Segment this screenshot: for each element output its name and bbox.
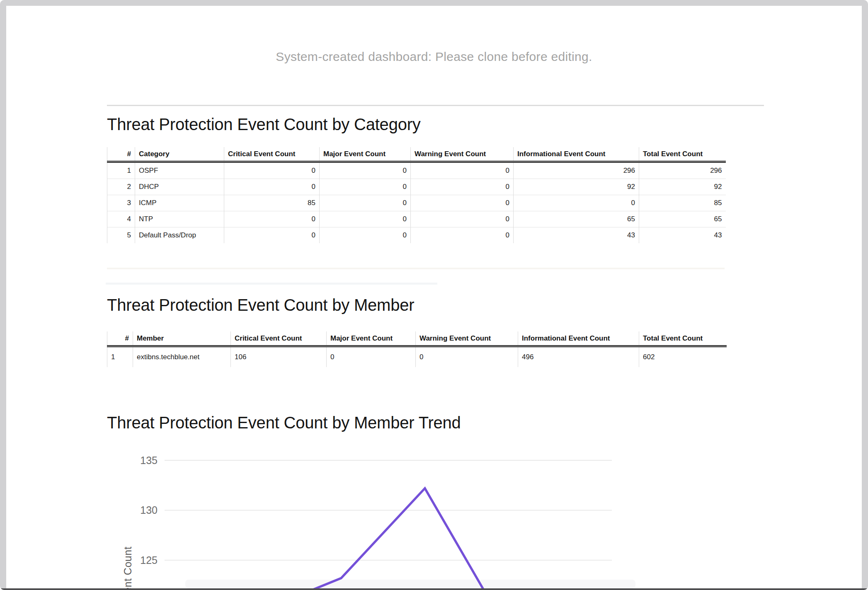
table-cell: 0: [320, 179, 411, 195]
member-header-row: #MemberCritical Event CountMajor Event C…: [107, 331, 727, 346]
table-cell: 296: [514, 162, 639, 179]
table-cell: 0: [224, 179, 320, 195]
column-header: Major Event Count: [320, 147, 411, 162]
category-table-body: 1OSPF0002962962DHCP00092923ICMP85000854N…: [107, 162, 726, 244]
table-cell: 296: [639, 162, 726, 179]
table-cell: 65: [639, 211, 726, 227]
table-cell: 1: [107, 162, 135, 179]
table-cell: 496: [518, 346, 639, 368]
table-cell: 85: [639, 195, 726, 211]
table-row: 1OSPF000296296: [107, 162, 726, 179]
member-section-title: Threat Protection Event Count by Member: [107, 296, 414, 314]
category-table: #CategoryCritical Event CountMajor Event…: [107, 147, 726, 243]
column-header: #: [107, 331, 133, 346]
column-header: Warning Event Count: [411, 147, 514, 162]
table-cell: 92: [514, 179, 639, 195]
category-header-row: #CategoryCritical Event CountMajor Event…: [107, 147, 726, 162]
table-cell: 0: [320, 162, 411, 179]
table-cell: DHCP: [135, 179, 224, 195]
table-cell: 5: [107, 227, 135, 244]
table-cell: 0: [416, 346, 518, 368]
table-cell: NTP: [135, 211, 224, 227]
column-header: Warning Event Count: [416, 331, 518, 346]
table-cell: 4: [107, 211, 135, 227]
member-table: #MemberCritical Event CountMajor Event C…: [107, 331, 727, 367]
column-header: Total Event Count: [639, 147, 726, 162]
table-row: 5Default Pass/Drop0004343: [107, 227, 726, 244]
column-header: Critical Event Count: [231, 331, 327, 346]
table-cell: 92: [639, 179, 726, 195]
table-cell: 65: [514, 211, 639, 227]
table-cell: 0: [411, 179, 514, 195]
table-cell: 0: [224, 227, 320, 244]
axis-hover-band: [185, 580, 635, 588]
table-cell: 106: [231, 346, 327, 368]
table-cell: 1: [107, 346, 133, 368]
trend-chart[interactable]: 135130125Event Count: [0, 435, 868, 590]
column-header: Critical Event Count: [224, 147, 320, 162]
table-row: 4NTP0006565: [107, 211, 726, 227]
column-header: #: [107, 147, 135, 162]
table-cell: 85: [224, 195, 320, 211]
y-axis-label: Event Count: [122, 546, 133, 590]
y-tick-label: 130: [140, 504, 158, 516]
trend-section-title: Threat Protection Event Count by Member …: [107, 413, 461, 432]
member-table-body: 1extibns.techblue.net10600496602: [107, 346, 727, 368]
section-divider: [107, 105, 764, 106]
table-cell: 0: [224, 211, 320, 227]
screenshot-frame: System-created dashboard: Please clone b…: [0, 0, 868, 590]
column-header: Informational Event Count: [518, 331, 639, 346]
table-cell: 0: [411, 162, 514, 179]
table-cell: 0: [320, 195, 411, 211]
table-row: 1extibns.techblue.net10600496602: [107, 346, 727, 368]
bottom-edge-bar: [0, 588, 868, 590]
column-header: Member: [133, 331, 231, 346]
table-cell: 602: [639, 346, 727, 368]
table-cell: OSPF: [135, 162, 224, 179]
y-tick-label: 135: [140, 455, 158, 466]
table-cell: 0: [320, 211, 411, 227]
table-cell: 0: [411, 211, 514, 227]
table-cell: 43: [514, 227, 639, 244]
y-tick-label: 125: [140, 554, 158, 566]
table-cell: 0: [224, 162, 320, 179]
table-cell: Default Pass/Drop: [135, 227, 224, 244]
table-cell: 2: [107, 179, 135, 195]
table-cell: ICMP: [135, 195, 224, 211]
table-cell: extibns.techblue.net: [133, 346, 231, 368]
trend-line[interactable]: [312, 488, 485, 590]
table-cell: 0: [411, 227, 514, 244]
column-header: Total Event Count: [639, 331, 727, 346]
table-row: 3ICMP8500085: [107, 195, 726, 211]
table-cell: 43: [639, 227, 726, 244]
table-row: 2DHCP0009292: [107, 179, 726, 195]
table-cell: 3: [107, 195, 135, 211]
column-header: Major Event Count: [327, 331, 416, 346]
system-banner: System-created dashboard: Please clone b…: [0, 50, 868, 64]
table-cell: 0: [320, 227, 411, 244]
table-cell: 0: [327, 346, 416, 368]
column-header: Informational Event Count: [514, 147, 639, 162]
table-cell: 0: [411, 195, 514, 211]
table-cell: 0: [514, 195, 639, 211]
column-header: Category: [135, 147, 224, 162]
category-section-title: Threat Protection Event Count by Categor…: [107, 115, 421, 134]
